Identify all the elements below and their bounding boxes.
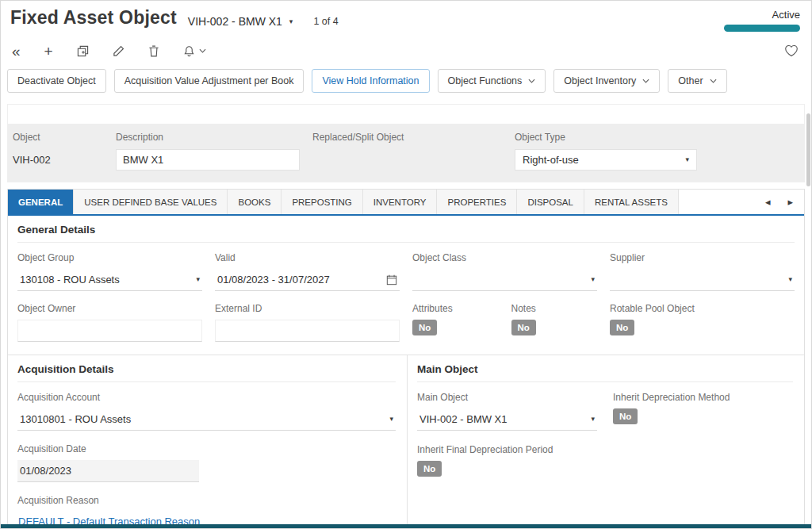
valid-date-range-picker[interactable]: 01/08/2023 - 31/07/2027 [215, 269, 400, 291]
object-functions-menu-button[interactable]: Object Functions [438, 69, 546, 93]
tab-scroll-controls: ◂ ▸ [754, 190, 804, 214]
toolbar: « + [1, 36, 811, 64]
field-acquisition-account: Acquisition Account 13010801 - ROU Asset… [17, 392, 396, 431]
tab-scroll-right-icon[interactable]: ▸ [787, 196, 793, 208]
object-type-select[interactable]: Right-of-use ▾ [515, 149, 697, 171]
field-replaced-split-object: Replaced/Split Object [312, 132, 515, 171]
collapse-left-icon[interactable]: « [12, 44, 21, 59]
main-object-select[interactable]: VIH-002 - BMW X1 ▾ [417, 408, 597, 431]
tab-preposting[interactable]: PREPOSTING [282, 190, 362, 214]
chevron-down-icon [642, 79, 649, 83]
section-title: Acquisition Details [17, 363, 396, 382]
object-class-select[interactable]: ▾ [412, 269, 597, 291]
field-label: Notes [511, 303, 598, 314]
deactivate-object-button[interactable]: Deactivate Object [7, 69, 106, 93]
field-main-object: Main Object VIH-002 - BMW X1 ▾ [417, 392, 597, 431]
main-object-section: Main Object Main Object VIH-002 - BMW X1… [408, 355, 804, 527]
acquisition-account-select[interactable]: 13010801 - ROU Assets ▾ [17, 408, 396, 431]
field-label: Replaced/Split Object [312, 132, 515, 143]
section-title: General Details [17, 224, 795, 243]
chevron-down-icon [710, 79, 717, 83]
field-description: Description [116, 132, 312, 171]
tab-scroll-left-icon[interactable]: ◂ [765, 196, 771, 208]
field-object-class: Object Class ▾ [412, 252, 597, 291]
object-id-value: VIH-002 [13, 149, 116, 166]
field-label: Supplier [610, 252, 795, 263]
field-label: Rotable Pool Object [610, 303, 795, 314]
status-progress-bar [724, 25, 800, 32]
external-id-input[interactable] [215, 320, 400, 342]
chevron-down-icon [199, 48, 206, 53]
notes-badge[interactable]: No [511, 320, 536, 335]
field-label: Acquisition Account [17, 392, 396, 403]
field-notes: Notes No [511, 303, 598, 342]
field-label: Description [116, 132, 312, 143]
record-selector-value: VIH-002 - BMW X1 [188, 15, 282, 28]
tab-disposal[interactable]: DISPOSAL [517, 190, 584, 214]
button-label: Other [678, 75, 703, 86]
field-label: Object [13, 132, 116, 143]
record-counter: 1 of 4 [313, 16, 338, 27]
attributes-notes-pair: Attributes No Notes No [412, 303, 597, 342]
field-rotable-pool-object: Rotable Pool Object No [610, 303, 795, 342]
duplicate-icon[interactable] [77, 45, 89, 57]
inherit-depreciation-method-badge[interactable]: No [613, 408, 638, 424]
field-value: Right-of-use [523, 154, 579, 166]
summary-fields: Object VIH-002 Description Replaced/Spli… [8, 124, 804, 182]
chevron-down-icon: ▾ [591, 416, 595, 423]
field-label: Attributes [412, 303, 499, 314]
field-acquisition-date: Acquisition Date 01/08/2023 [17, 443, 199, 482]
status-label: Active [772, 9, 800, 21]
tab-bar: GENERAL USER DEFINED BASE VALUES BOOKS P… [8, 190, 804, 216]
main-object-fields: Main Object VIH-002 - BMW X1 ▾ Inherit D… [417, 392, 793, 477]
acquisition-date-value: 01/08/2023 [17, 460, 199, 482]
field-label: Acquisition Date [17, 443, 199, 454]
acquisition-details-section: Acquisition Details Acquisition Account … [8, 355, 408, 527]
delete-icon[interactable] [148, 45, 159, 57]
object-owner-input[interactable] [17, 320, 202, 342]
tab-general[interactable]: GENERAL [8, 190, 74, 214]
tab-properties[interactable]: PROPERTIES [437, 190, 517, 214]
view-hold-information-button[interactable]: View Hold Information [312, 69, 429, 93]
record-selector[interactable]: VIH-002 - BMW X1 ▾ [188, 15, 293, 28]
page-header: Fixed Asset Object VIH-002 - BMW X1 ▾ 1 … [1, 1, 811, 36]
field-object-owner: Object Owner [17, 303, 202, 342]
field-label: Valid [215, 252, 400, 263]
field-inherit-final-depreciation-period: Inherit Final Depreciation Period No [417, 444, 597, 477]
chevron-down-icon: ▾ [389, 416, 393, 423]
acquisition-value-adjustment-button[interactable]: Acquisition Value Adjustment per Book [114, 69, 304, 93]
other-menu-button[interactable]: Other [668, 69, 726, 93]
field-label: External ID [215, 303, 400, 314]
bottom-sections: Acquisition Details Acquisition Account … [8, 355, 804, 527]
tab-inventory[interactable]: INVENTORY [363, 190, 438, 214]
supplier-select[interactable]: ▾ [610, 269, 795, 291]
field-value: 13010801 - ROU Assets [20, 413, 131, 425]
object-inventory-menu-button[interactable]: Object Inventory [553, 69, 660, 93]
vertical-scrollbar-thumb[interactable] [806, 113, 810, 186]
field-label: Main Object [417, 392, 597, 403]
attributes-badge[interactable]: No [412, 320, 437, 335]
tab-books[interactable]: BOOKS [228, 190, 282, 214]
tab-user-defined-base-values[interactable]: USER DEFINED BASE VALUES [74, 190, 228, 214]
status-indicator: Active [724, 7, 800, 32]
acquisition-fields: Acquisition Account 13010801 - ROU Asset… [17, 392, 396, 529]
inherit-final-depreciation-period-badge[interactable]: No [417, 461, 442, 477]
field-label: Acquisition Reason [17, 495, 396, 506]
add-record-icon[interactable]: + [44, 44, 53, 59]
notifications-icon[interactable] [183, 45, 206, 57]
chevron-down-icon: ▾ [685, 156, 689, 163]
tab-content-general: General Details Object Group 130108 - RO… [8, 216, 804, 527]
object-group-select[interactable]: 130108 - ROU Assets ▾ [17, 269, 202, 291]
edit-icon[interactable] [113, 45, 124, 57]
field-supplier: Supplier ▾ [610, 252, 795, 291]
tab-rental-assets[interactable]: RENTAL ASSETS [584, 190, 679, 214]
rotable-pool-object-badge[interactable]: No [610, 320, 634, 335]
calendar-icon [386, 274, 397, 286]
chevron-down-icon: ▾ [196, 276, 200, 283]
description-input[interactable] [116, 149, 300, 171]
field-inherit-depreciation-method: Inherit Depreciation Method No [613, 392, 793, 431]
replaced-split-object-value[interactable] [312, 149, 515, 154]
field-object-type: Object Type Right-of-use ▾ [515, 132, 799, 171]
field-label: Inherit Depreciation Method [613, 392, 793, 403]
favorite-heart-icon[interactable] [784, 44, 799, 57]
